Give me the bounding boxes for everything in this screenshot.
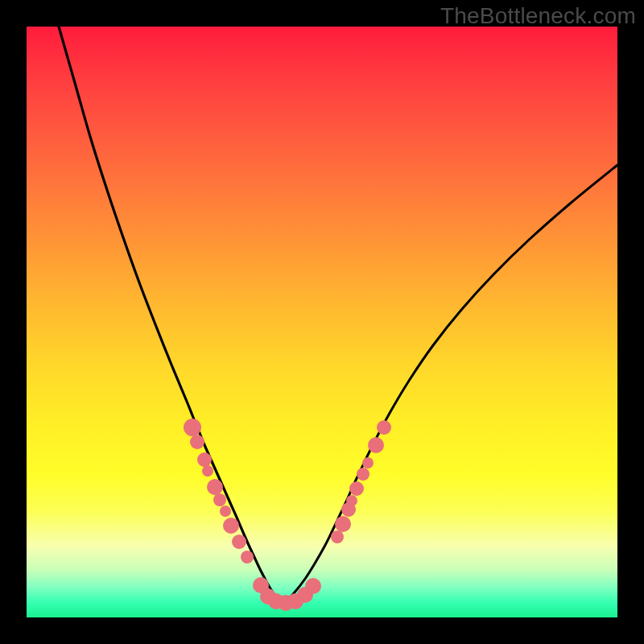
data-point	[362, 457, 374, 469]
data-point	[335, 516, 351, 532]
data-point	[202, 465, 213, 477]
data-point	[190, 435, 204, 449]
data-point	[346, 495, 357, 506]
data-point	[207, 479, 223, 495]
data-point	[232, 535, 246, 549]
data-point	[377, 420, 391, 435]
data-point	[223, 518, 239, 534]
data-point	[331, 530, 344, 543]
data-points	[184, 419, 391, 611]
data-point	[213, 493, 226, 506]
data-point	[368, 437, 384, 453]
data-point	[241, 551, 254, 564]
data-point	[220, 506, 231, 517]
curve-layer	[27, 27, 617, 617]
data-point	[184, 419, 201, 436]
data-point	[197, 452, 212, 467]
watermark-text: TheBottleneck.com	[440, 3, 636, 29]
chart-frame: TheBottleneck.com	[0, 0, 644, 644]
plot-area	[27, 27, 617, 617]
data-point	[357, 468, 369, 481]
data-point	[305, 578, 321, 594]
curve-left-branch	[59, 27, 283, 605]
data-point	[349, 481, 364, 496]
